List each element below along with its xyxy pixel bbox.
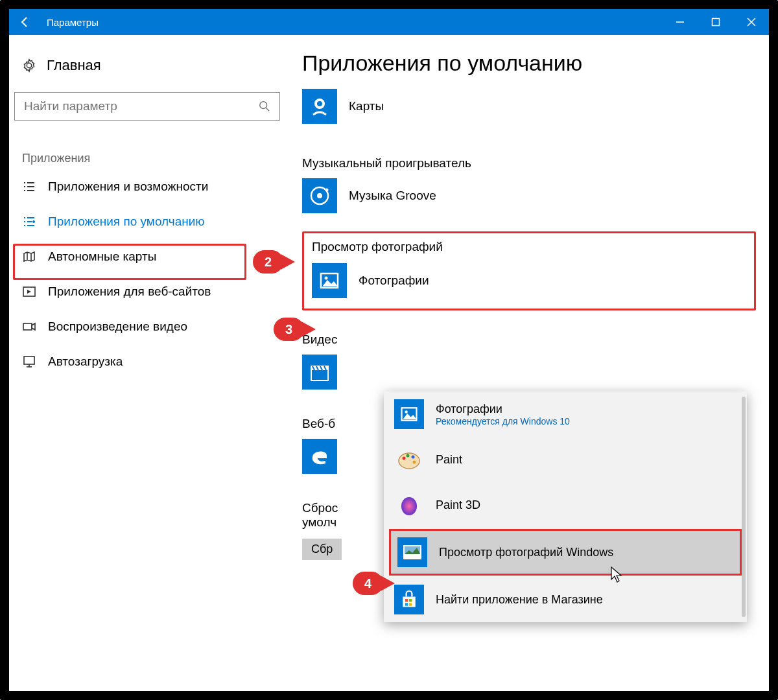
maps-icon (302, 89, 337, 124)
svg-point-13 (317, 193, 322, 198)
video-app-row[interactable] (302, 353, 756, 391)
photo-viewer-section: Просмотр фотографий Фотографии (302, 231, 756, 310)
default-apps-icon (22, 215, 36, 229)
svg-rect-31 (409, 599, 412, 601)
home-label: Главная (47, 57, 101, 74)
flyout-item-store[interactable]: Найти приложение в Магазине (384, 577, 747, 622)
svg-rect-7 (24, 356, 34, 364)
list-icon (22, 180, 36, 194)
edge-icon (302, 439, 337, 474)
nav-label: Приложения по умолчанию (48, 215, 205, 229)
photos-icon (312, 263, 347, 298)
groove-music-icon (302, 178, 337, 213)
nav-label: Воспроизведение видео (48, 320, 187, 334)
nav-item-video-playback[interactable]: Воспроизведение видео (14, 309, 289, 344)
website-apps-icon (22, 285, 36, 299)
titlebar: Параметры (9, 9, 769, 35)
music-app-name: Музыка Groove (349, 189, 436, 203)
svg-rect-6 (23, 323, 32, 330)
close-button[interactable] (733, 9, 769, 35)
page-title: Приложения по умолчанию (302, 51, 756, 76)
flyout-item-paint[interactable]: Paint (384, 437, 747, 482)
paint-icon (394, 445, 424, 474)
svg-point-24 (412, 456, 415, 459)
flyout-item-name: Paint 3D (436, 498, 480, 512)
svg-point-2 (260, 102, 267, 109)
startup-icon (22, 355, 36, 369)
paint-3d-icon (394, 490, 424, 520)
svg-rect-33 (409, 603, 412, 605)
nav-item-apps-features[interactable]: Приложения и возможности (14, 169, 289, 204)
video-group-label-cut: Видес (302, 332, 756, 347)
svg-point-20 (405, 410, 407, 413)
svg-rect-30 (405, 599, 408, 601)
map-icon (22, 250, 36, 264)
svg-point-11 (317, 101, 322, 106)
svg-point-25 (413, 461, 416, 464)
nav-label: Приложения и возможности (48, 180, 208, 194)
nav-item-startup[interactable]: Автозагрузка (14, 344, 289, 379)
window-title: Параметры (41, 17, 662, 28)
sidebar: Главная Приложения Приложения и возможно… (9, 35, 294, 691)
photo-app-name: Фотографии (359, 274, 429, 288)
movies-tv-icon (302, 355, 337, 390)
photos-icon (394, 399, 424, 429)
photo-app-row[interactable]: Фотографии (312, 262, 746, 299)
flyout-item-photos[interactable]: Фотографии Рекомендуется для Windows 10 (384, 391, 747, 437)
home-button[interactable]: Главная (14, 51, 289, 80)
svg-rect-1 (712, 19, 719, 26)
svg-line-3 (266, 108, 270, 111)
maps-app-name: Карты (349, 99, 384, 113)
nav-label: Автономные карты (48, 250, 156, 264)
maximize-button[interactable] (698, 9, 733, 35)
flyout-item-name: Paint (436, 453, 462, 467)
nav-item-website-apps[interactable]: Приложения для веб-сайтов (14, 274, 289, 309)
maps-app-row[interactable]: Карты (302, 88, 756, 125)
flyout-item-name: Просмотр фотографий Windows (439, 546, 613, 559)
music-group-label: Музыкальный проигрыватель (302, 156, 756, 170)
app-picker-flyout: Фотографии Рекомендуется для Windows 10 … (384, 391, 747, 622)
video-icon (22, 320, 36, 334)
annotation-pill-2: 2 (253, 250, 283, 274)
back-button[interactable] (9, 9, 41, 35)
svg-point-4 (32, 220, 35, 223)
annotation-pill-3: 3 (274, 318, 304, 341)
gear-icon (22, 58, 36, 73)
flyout-item-name: Найти приложение в Магазине (436, 593, 603, 607)
minimize-button[interactable] (662, 9, 698, 35)
nav-label: Автозагрузка (48, 355, 123, 369)
reset-button[interactable]: Сбр (302, 539, 342, 560)
svg-point-26 (401, 497, 417, 515)
photo-group-label: Просмотр фотографий (312, 240, 746, 254)
flyout-scrollbar[interactable] (742, 397, 746, 617)
flyout-item-paint3d[interactable]: Paint 3D (384, 482, 747, 528)
nav-item-offline-maps[interactable]: Автономные карты (14, 239, 289, 274)
nav-label: Приложения для веб-сайтов (48, 285, 211, 299)
flyout-item-sub: Рекомендуется для Windows 10 (436, 416, 570, 426)
search-box[interactable] (14, 92, 280, 121)
sidebar-section-label: Приложения (14, 152, 289, 169)
svg-point-23 (407, 454, 410, 458)
annotation-pill-4: 4 (353, 572, 383, 595)
svg-point-22 (403, 457, 406, 460)
nav-item-default-apps[interactable]: Приложения по умолчанию (14, 204, 289, 239)
svg-point-16 (325, 277, 328, 280)
music-app-row[interactable]: Музыка Groove (302, 177, 756, 215)
search-input[interactable] (24, 99, 259, 113)
store-icon (394, 585, 424, 614)
search-icon (259, 100, 270, 112)
flyout-item-windows-photo-viewer[interactable]: Просмотр фотографий Windows (389, 529, 742, 576)
flyout-item-name: Фотографии (436, 402, 570, 416)
svg-point-14 (325, 189, 329, 192)
windows-photo-viewer-icon (397, 537, 427, 567)
svg-rect-32 (405, 603, 408, 605)
